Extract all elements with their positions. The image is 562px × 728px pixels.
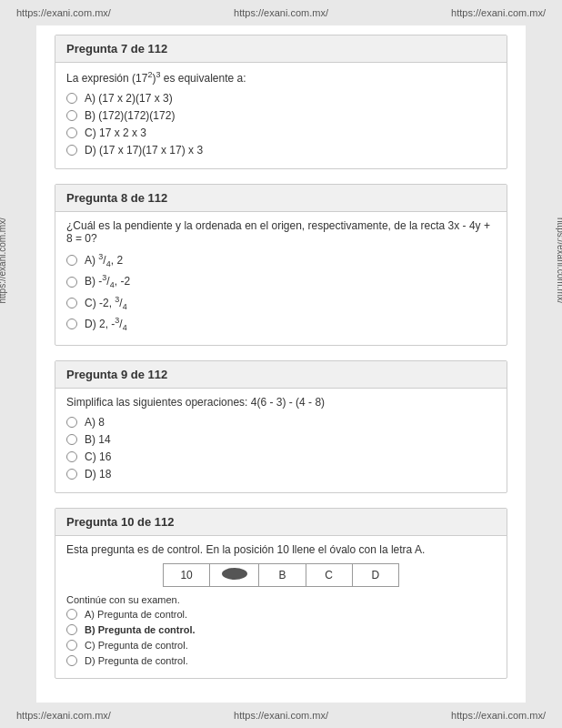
q8-radio-b[interactable]: [66, 277, 77, 288]
control-option-b: B: [259, 563, 306, 586]
question-8-header: Pregunta 8 de 112: [55, 185, 507, 212]
q8-radio-a[interactable]: [66, 255, 77, 266]
q8-radio-c[interactable]: [66, 298, 77, 308]
q10-option-b[interactable]: B) Pregunta de control.: [66, 624, 496, 635]
q9-option-c[interactable]: C) 16: [66, 450, 496, 463]
q8-option-b[interactable]: B) -3/4, -2: [66, 273, 496, 289]
question-10-options: A) Pregunta de control. B) Pregunta de c…: [66, 609, 496, 666]
question-10-text: Esta pregunta es de control. En la posic…: [66, 543, 496, 556]
q9-radio-b[interactable]: [66, 434, 77, 445]
question-10: Pregunta 10 de 112 Esta pregunta es de c…: [55, 508, 507, 679]
question-7-options: A) (17 x 2)(17 x 3) B) (172)(172)(172) C…: [66, 92, 496, 157]
question-8-body: ¿Cuál es la pendiente y la ordenada en e…: [55, 212, 507, 345]
q8-option-c[interactable]: C) -2, 3/4: [66, 295, 496, 311]
question-9-header: Pregunta 9 de 112: [55, 361, 507, 389]
watermark-bottom-center: https://exani.com.mx/: [234, 710, 328, 721]
watermark-bottom-right: https://exani.com.mx/: [451, 710, 546, 721]
question-7-text: La expresión (172)3 es equivalente a:: [66, 70, 496, 85]
q10-radio-c[interactable]: [66, 640, 77, 651]
q9-option-d[interactable]: D) 18: [66, 468, 496, 480]
continue-text: Continúe con su examen.: [66, 594, 496, 605]
q9-radio-c[interactable]: [66, 451, 77, 462]
question-7-header: Pregunta 7 de 112: [55, 35, 507, 63]
q7-radio-b[interactable]: [66, 110, 77, 121]
q7-option-a[interactable]: A) (17 x 2)(17 x 3): [66, 92, 496, 105]
control-answer-table: 10 B C D: [163, 563, 399, 587]
q7-radio-c[interactable]: [66, 127, 77, 138]
watermark-top-left: https://exani.com.mx/: [16, 7, 111, 18]
q8-option-d[interactable]: D) 2, -3/4: [66, 316, 496, 332]
q7-option-b[interactable]: B) (172)(172)(172): [66, 109, 496, 122]
question-9-options: A) 8 B) 14 C) 16 D) 18: [66, 416, 496, 480]
question-10-header: Pregunta 10 de 112: [55, 509, 507, 536]
q8-option-a[interactable]: A) 3/4, 2: [66, 252, 496, 268]
question-9: Pregunta 9 de 112 Simplifica las siguien…: [55, 360, 507, 493]
question-10-body: Esta pregunta es de control. En la posic…: [55, 536, 507, 678]
question-7-body: La expresión (172)3 es equivalente a: A)…: [55, 63, 507, 168]
q7-option-d[interactable]: D) (17 x 17)(17 x 17) x 3: [66, 144, 496, 157]
q9-option-b[interactable]: B) 14: [66, 433, 496, 446]
watermark-top-right: https://exani.com.mx/: [451, 7, 546, 18]
watermark-side-left: https://exani.com.mx/: [0, 217, 7, 303]
page-content: Pregunta 7 de 112 La expresión (172)3 es…: [36, 25, 526, 712]
watermark-side-right: https://exani.com.mx/: [556, 217, 563, 303]
q7-option-c[interactable]: C) 17 x 2 x 3: [66, 126, 496, 139]
q8-radio-d[interactable]: [66, 318, 77, 329]
q7-radio-d[interactable]: [66, 145, 77, 156]
q10-radio-a[interactable]: [66, 609, 77, 620]
question-9-body: Simplifica las siguientes operaciones: 4…: [55, 389, 507, 492]
q9-option-a[interactable]: A) 8: [66, 416, 496, 429]
control-number: 10: [164, 563, 210, 586]
q10-radio-d[interactable]: [66, 655, 77, 666]
q10-radio-b[interactable]: [66, 624, 77, 635]
question-7: Pregunta 7 de 112 La expresión (172)3 es…: [55, 35, 507, 169]
watermark-top-center: https://exani.com.mx/: [234, 7, 328, 18]
question-8: Pregunta 8 de 112 ¿Cuál es la pendiente …: [55, 184, 507, 346]
control-option-c: C: [306, 563, 352, 586]
control-option-d: D: [352, 563, 398, 586]
question-8-options: A) 3/4, 2 B) -3/4, -2 C) -2, 3/4 D) 2, -…: [66, 252, 496, 333]
question-8-text: ¿Cuál es la pendiente y la ordenada en e…: [66, 219, 496, 245]
question-9-text: Simplifica las siguientes operaciones: 4…: [66, 396, 496, 409]
watermark-bottom-left: https://exani.com.mx/: [16, 710, 111, 721]
q10-option-c[interactable]: C) Pregunta de control.: [66, 640, 496, 651]
q10-option-d[interactable]: D) Pregunta de control.: [66, 655, 496, 666]
q9-radio-d[interactable]: [66, 469, 77, 480]
q10-option-a[interactable]: A) Pregunta de control.: [66, 609, 496, 620]
watermark-bottom: https://exani.com.mx/ https://exani.com.…: [0, 703, 562, 728]
q7-radio-a[interactable]: [66, 93, 77, 104]
control-option-a: [210, 563, 259, 586]
q9-radio-a[interactable]: [66, 417, 77, 428]
watermark-top: https://exani.com.mx/ https://exani.com.…: [0, 0, 562, 25]
